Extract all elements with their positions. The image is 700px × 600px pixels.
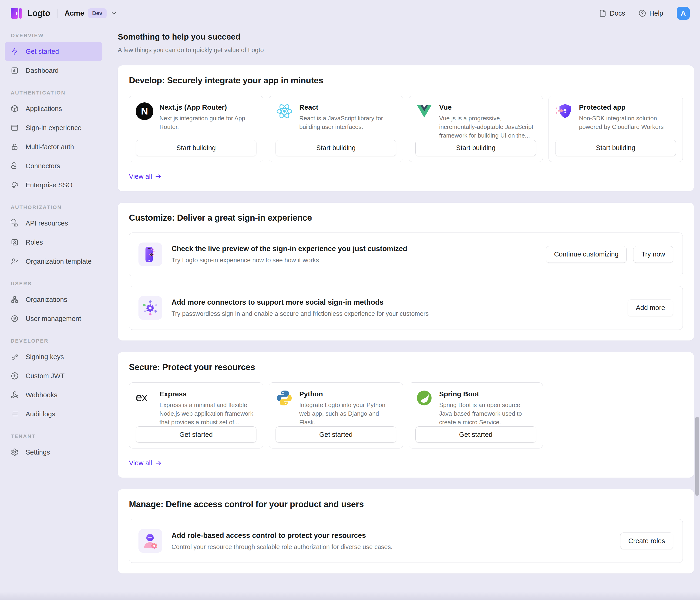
sidebar-item-enterprise-sso[interactable]: Enterprise SSO: [5, 175, 102, 195]
nextjs-icon: N: [136, 102, 153, 120]
env-badge: Dev: [88, 8, 106, 18]
spring-icon: [416, 389, 433, 407]
framework-card-spring-boot: Spring Boot Spring Boot is an open sourc…: [409, 382, 543, 449]
sidebar-item-organizations[interactable]: Organizations: [5, 290, 102, 309]
framework-card-protected-app: Protected app Non-SDK integration soluti…: [549, 96, 683, 162]
sidebar-nav: OVERVIEW Get started Dashboard AUTHENTIC…: [0, 27, 107, 600]
manage-section-title: Manage: Define access control for your p…: [129, 499, 683, 509]
sidebar-item-webhooks[interactable]: Webhooks: [5, 385, 102, 404]
vue-icon: [416, 102, 433, 120]
framework-card-express: ex Express Express is a minimal and flex…: [129, 382, 263, 449]
develop-view-all-link[interactable]: View all: [129, 173, 162, 180]
user-check-icon: [11, 257, 19, 265]
framework-title: Next.js (App Router): [159, 103, 256, 111]
continue-customizing-button[interactable]: Continue customizing: [546, 246, 627, 263]
arrow-right-icon: [155, 173, 162, 180]
sidebar-item-custom-jwt[interactable]: Custom JWT: [5, 366, 102, 385]
page-title: Something to help you succeed: [118, 32, 694, 42]
framework-card-python: Python Integrate Logto into your Python …: [269, 382, 403, 449]
sidebar-item-applications[interactable]: Applications: [5, 99, 102, 118]
framework-desc: React is a JavaScript library for buildi…: [299, 114, 396, 131]
bar-chart-icon: [11, 67, 19, 74]
live-preview-title: Check the live preview of the sign-in ex…: [172, 245, 536, 253]
rbac-desc: Control your resource through scalable r…: [172, 544, 611, 551]
rbac-row: Add role-based access control to protect…: [129, 519, 683, 563]
framework-title: React: [299, 103, 396, 111]
sidebar-item-connectors[interactable]: Connectors: [5, 156, 102, 175]
logto-logo-icon: [10, 7, 22, 20]
webhook-icon: [11, 391, 19, 399]
sidebar-item-dashboard[interactable]: Dashboard: [5, 61, 102, 80]
lock-icon: [11, 143, 19, 151]
gear-icon: [11, 448, 19, 456]
sidebar-item-sign-in-experience[interactable]: Sign-in experience: [5, 118, 102, 137]
python-icon: [276, 389, 293, 407]
framework-desc: Spring Boot is an open source Java-based…: [439, 401, 536, 427]
main-content: Something to help you succeed A few thin…: [107, 27, 700, 600]
user-square-icon: [11, 238, 19, 246]
cloud-database-icon: [11, 219, 19, 227]
start-building-button[interactable]: Start building: [555, 140, 676, 156]
logto-brand: Logto: [10, 7, 50, 20]
sidebar-item-multi-factor-auth[interactable]: Multi-factor auth: [5, 137, 102, 156]
sidebar-section-authorization: AUTHORIZATION: [11, 204, 102, 210]
secure-view-all-link[interactable]: View all: [129, 459, 162, 467]
sidebar-item-api-resources[interactable]: API resources: [5, 214, 102, 233]
key-icon: [11, 353, 19, 361]
sidebar-section-authentication: AUTHENTICATION: [11, 90, 102, 96]
secure-section-title: Secure: Protect your resources: [129, 362, 683, 372]
sidebar-section-tenant: TENANT: [11, 433, 102, 440]
get-started-button[interactable]: Get started: [136, 426, 256, 443]
sidebar-item-user-management[interactable]: User management: [5, 309, 102, 328]
sidebar-section-developer: DEVELOPER: [11, 338, 102, 344]
framework-desc: Vue.js is a progressive, incrementally-a…: [439, 114, 536, 140]
list-icon: [11, 410, 19, 418]
sidebar-item-organization-template[interactable]: Organization template: [5, 252, 102, 271]
org-chart-icon: [11, 296, 19, 303]
framework-card-vue: Vue Vue.js is a progressive, incremental…: [409, 96, 543, 162]
header-divider: [57, 8, 57, 18]
get-started-button[interactable]: Get started: [416, 426, 536, 443]
live-preview-row: Check the live preview of the sign-in ex…: [129, 232, 683, 276]
customize-section-title: Customize: Deliver a great sign-in exper…: [129, 213, 683, 223]
create-roles-button[interactable]: Create roles: [620, 532, 673, 549]
sidebar-item-roles[interactable]: Roles: [5, 233, 102, 252]
tenant-switcher[interactable]: Acme Dev: [65, 8, 117, 18]
add-more-button[interactable]: Add more: [628, 300, 673, 316]
help-link[interactable]: Help: [639, 9, 663, 17]
start-building-button[interactable]: Start building: [416, 140, 536, 156]
start-building-button[interactable]: Start building: [276, 140, 396, 156]
framework-title: Vue: [439, 103, 536, 111]
framework-title: Express: [159, 390, 256, 398]
sidebar-item-signing-keys[interactable]: Signing keys: [5, 347, 102, 366]
develop-section: Develop: Securely integrate your app in …: [118, 66, 694, 191]
framework-title: Protected app: [579, 103, 676, 111]
help-label: Help: [649, 9, 663, 17]
vertical-scrollbar[interactable]: [695, 417, 699, 496]
sidebar-item-audit-logs[interactable]: Audit logs: [5, 404, 102, 424]
user-avatar[interactable]: A: [677, 7, 690, 20]
framework-desc: Express is a minimal and flexible Node.j…: [159, 401, 256, 427]
framework-title: Spring Boot: [439, 390, 536, 398]
sidebar-item-settings[interactable]: Settings: [5, 443, 102, 462]
question-circle-icon: [639, 9, 646, 17]
docs-label: Docs: [610, 9, 625, 17]
add-connectors-desc: Try passwordless sign in and enable a se…: [172, 310, 618, 318]
react-icon: [276, 102, 293, 120]
develop-section-title: Develop: Securely integrate your app in …: [129, 76, 683, 85]
lightning-icon: [11, 48, 19, 55]
sidebar-item-get-started[interactable]: Get started: [5, 42, 102, 61]
docs-link[interactable]: Docs: [599, 9, 625, 17]
user-circle-icon: [11, 315, 19, 323]
framework-card-react: React React is a JavaScript library for …: [269, 96, 403, 162]
chevron-down-icon: [110, 10, 117, 17]
bottom-edge-shadow: [0, 592, 700, 600]
document-icon: [599, 9, 606, 17]
get-started-button[interactable]: Get started: [276, 426, 396, 443]
try-now-button[interactable]: Try now: [633, 246, 673, 263]
badge-plus-icon: [11, 372, 19, 380]
browser-window-icon: [11, 124, 19, 132]
start-building-button[interactable]: Start building: [136, 140, 256, 156]
framework-card-nextjs: N Next.js (App Router) Next.js integrati…: [129, 96, 263, 162]
page-subtitle: A few things you can do to quickly get v…: [118, 47, 694, 54]
